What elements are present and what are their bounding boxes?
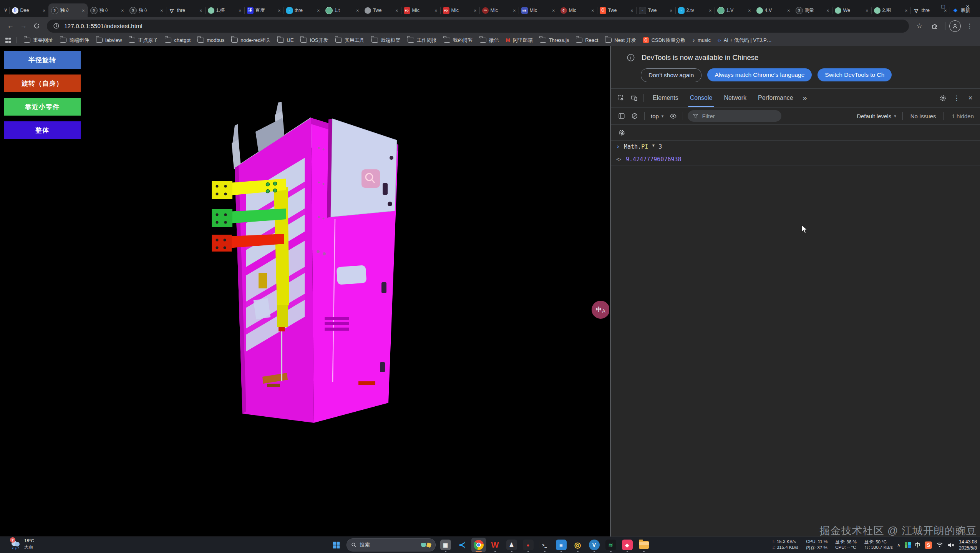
- bookmark-item[interactable]: Nest 开发: [602, 36, 639, 45]
- tab-close-icon[interactable]: ×: [356, 8, 359, 13]
- devtools-settings-icon[interactable]: [936, 92, 949, 104]
- browser-tab[interactable]: 1.搭×: [205, 3, 244, 17]
- taskbar-app-wps-office[interactable]: W: [488, 538, 502, 552]
- start-menu-button[interactable]: [329, 538, 344, 552]
- tab-close-icon[interactable]: ×: [121, 8, 124, 13]
- bookmark-item[interactable]: M阿里邮箱: [502, 36, 536, 45]
- bookmark-item[interactable]: React: [572, 36, 602, 45]
- snipaste-tray-icon[interactable]: S: [925, 541, 932, 549]
- browser-tab[interactable]: ▽thre×: [166, 3, 205, 17]
- tab-close-icon[interactable]: ×: [82, 8, 85, 13]
- tab-close-icon[interactable]: ×: [278, 8, 281, 13]
- tab-close-icon[interactable]: ×: [866, 8, 869, 13]
- switch-devtools-chinese-button[interactable]: Switch DevTools to Ch: [817, 68, 892, 81]
- browser-tab[interactable]: FDMic×: [440, 3, 479, 17]
- devtools-tab-console[interactable]: Console: [684, 89, 718, 107]
- browser-tab[interactable]: 1.t×: [323, 3, 362, 17]
- bookmark-item[interactable]: Thress.js: [536, 36, 573, 45]
- browser-tab[interactable]: 4.V×: [754, 3, 793, 17]
- profile-avatar[interactable]: [949, 20, 961, 32]
- devtools-tab-network[interactable]: Network: [718, 89, 752, 107]
- taskbar-app-3d-tool[interactable]: ♟: [504, 538, 519, 552]
- context-selector[interactable]: top▾: [648, 113, 667, 119]
- volume-muted-icon[interactable]: [947, 542, 955, 548]
- browser-tab[interactable]: 译百度×: [244, 3, 284, 17]
- log-levels-selector[interactable]: Default levels▾: [854, 113, 899, 119]
- browser-tab[interactable]: Twe×: [362, 3, 401, 17]
- taskbar-app-terminal[interactable]: >_: [537, 538, 552, 552]
- bookmark-item[interactable]: modbus: [194, 36, 228, 45]
- window-close-button[interactable]: ×: [955, 0, 980, 13]
- bookmark-item[interactable]: IOS开发: [297, 36, 332, 45]
- always-match-language-button[interactable]: Always match Chrome's language: [707, 68, 812, 81]
- devtools-close-icon[interactable]: ×: [964, 92, 977, 104]
- tray-color-grid-icon[interactable]: [905, 542, 911, 548]
- bookmark-item[interactable]: 重要网址: [20, 36, 56, 45]
- bookmark-item[interactable]: labview: [93, 36, 125, 45]
- bookmark-item[interactable]: 前端组件: [56, 36, 93, 45]
- clear-console-icon[interactable]: [628, 110, 641, 122]
- taskbar-app-file-explorer[interactable]: [637, 538, 651, 552]
- tab-close-icon[interactable]: ×: [513, 8, 516, 13]
- tab-close-icon[interactable]: ×: [434, 8, 438, 13]
- model-control-button[interactable]: 半径旋转: [4, 51, 81, 69]
- taskbar-app-pink-app[interactable]: ◈: [620, 538, 635, 552]
- site-info-icon[interactable]: [53, 23, 60, 29]
- model-control-button[interactable]: 靠近小零件: [4, 98, 81, 116]
- live-expression-eye-icon[interactable]: [667, 110, 680, 122]
- tab-close-icon[interactable]: ×: [709, 8, 712, 13]
- forward-button[interactable]: →: [17, 20, 30, 33]
- tab-close-icon[interactable]: ×: [670, 8, 673, 13]
- tab-close-icon[interactable]: ×: [199, 8, 202, 13]
- browser-tab[interactable]: FDMic×: [401, 3, 440, 17]
- taskbar-weather-widget[interactable]: 7 18°C 大雨: [9, 538, 34, 550]
- browser-tab[interactable]: 2.图×: [871, 3, 910, 17]
- bookmark-item[interactable]: 微信: [476, 36, 502, 45]
- tab-search-button[interactable]: ∨: [4, 4, 8, 15]
- bookmark-item[interactable]: 正点原子: [125, 36, 161, 45]
- browser-tab[interactable]: S独立×: [88, 3, 127, 17]
- bookmark-item[interactable]: ♪music: [689, 36, 714, 45]
- browser-tab[interactable]: DDee×: [9, 3, 48, 17]
- tab-close-icon[interactable]: ×: [317, 8, 320, 13]
- more-tabs-button[interactable]: »: [799, 94, 811, 102]
- window-minimize-button[interactable]: –: [906, 0, 931, 13]
- console-settings-gear-icon[interactable]: [615, 126, 628, 139]
- model-control-button[interactable]: 旋转（自身）: [4, 75, 81, 92]
- bookmark-item[interactable]: 后端框架: [368, 36, 404, 45]
- browser-tab[interactable]: S独立×: [48, 3, 88, 17]
- taskbar-app-chrome[interactable]: [471, 538, 486, 552]
- taskbar-app-wangwang[interactable]: ◎: [570, 538, 585, 552]
- back-button[interactable]: ←: [4, 20, 17, 33]
- bookmark-item[interactable]: chatgpt: [161, 36, 194, 45]
- tab-close-icon[interactable]: ×: [552, 8, 555, 13]
- bookmark-star-icon[interactable]: ☆: [913, 20, 926, 33]
- wifi-icon[interactable]: [936, 542, 943, 548]
- hidden-messages-count[interactable]: 1 hidden: [947, 113, 976, 119]
- webgl-canvas[interactable]: 半径旋转旋转（自身）靠近小零件整体: [0, 46, 609, 537]
- tab-close-icon[interactable]: ×: [748, 8, 751, 13]
- taskbar-app-vscode[interactable]: ≺: [455, 538, 469, 552]
- tab-close-icon[interactable]: ×: [43, 8, 46, 13]
- translate-fab[interactable]: 中 A: [592, 301, 609, 319]
- bookmark-item[interactable]: 工作周报: [404, 36, 440, 45]
- browser-tab[interactable]: ▫Twe×: [636, 3, 675, 17]
- console-filter-input[interactable]: Filter: [688, 110, 781, 122]
- bookmark-item[interactable]: 我的博客: [440, 36, 476, 45]
- browser-tab[interactable]: eMic×: [558, 3, 597, 17]
- bookmark-item[interactable]: 实用工具: [332, 36, 368, 45]
- ime-indicator[interactable]: 中: [915, 541, 921, 549]
- bookmark-item[interactable]: node-red相关: [228, 36, 274, 45]
- model-control-button[interactable]: 整体: [4, 121, 81, 139]
- tab-close-icon[interactable]: ×: [630, 8, 633, 13]
- devtools-tab-performance[interactable]: Performance: [752, 89, 799, 107]
- console-sidebar-icon[interactable]: [615, 110, 628, 122]
- browser-tab[interactable]: 1.V×: [715, 3, 754, 17]
- address-bar[interactable]: 127.0.0.1:5501/indextest.html: [47, 20, 909, 33]
- tab-close-icon[interactable]: ×: [160, 8, 163, 13]
- device-toolbar-icon[interactable]: [627, 92, 640, 104]
- browser-tab[interactable]: ▫2.tv×: [675, 3, 715, 17]
- taskbar-app-screen-recorder[interactable]: ●: [521, 538, 536, 552]
- tab-close-icon[interactable]: ×: [474, 8, 477, 13]
- console-result[interactable]: <· 9.42477796076938: [611, 153, 980, 166]
